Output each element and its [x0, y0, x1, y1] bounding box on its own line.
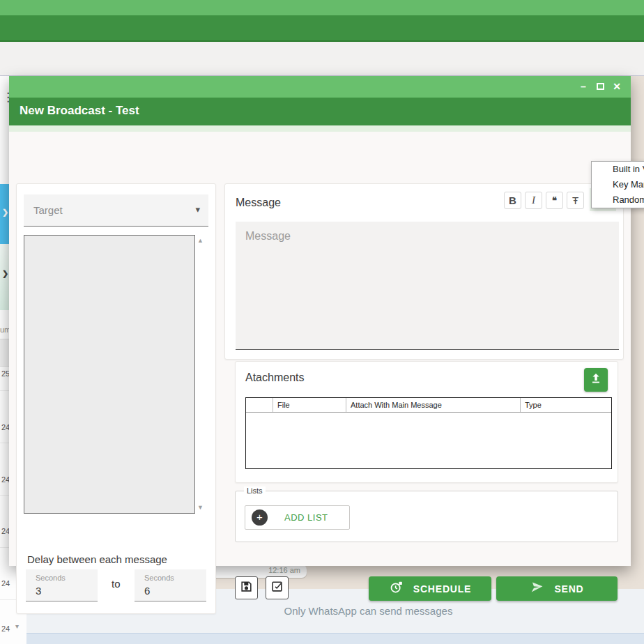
italic-button[interactable]: I — [525, 192, 542, 209]
bubble-timestamp: 12:16 am — [268, 566, 300, 574]
edit-draft-button[interactable] — [266, 576, 289, 599]
scroll-down-icon[interactable]: ▾ — [15, 622, 19, 630]
sidebar-gray-row — [0, 339, 9, 367]
close-button[interactable]: ✕ — [610, 79, 624, 93]
schedule-label: SCHEDULE — [413, 583, 471, 595]
attachments-heading: Atachments — [245, 371, 304, 384]
target-listbox[interactable] — [24, 235, 195, 514]
bold-button[interactable]: B — [504, 192, 521, 209]
delay-heading: Delay between each message — [27, 553, 167, 565]
message-placeholder: Message — [245, 230, 291, 243]
send-label: SEND — [554, 583, 583, 595]
minimize-button[interactable]: – — [576, 79, 590, 93]
menu-item-built-in[interactable]: Built in V — [592, 162, 644, 177]
top-gray-bar — [0, 42, 644, 76]
dialog-title: New Broadcast - Test — [20, 104, 139, 118]
bottom-taskbar — [0, 633, 644, 644]
delay-from-label: Seconds — [36, 574, 66, 582]
save-icon — [240, 580, 253, 596]
schedule-button[interactable]: SCHEDULE — [369, 576, 491, 601]
new-broadcast-dialog: – ✕ New Broadcast - Test Target ▾ ▲ ▼ De… — [9, 76, 631, 566]
list-row-count: 24 — [1, 624, 22, 633]
plus-circle-icon: + — [252, 509, 268, 526]
scroll-down-icon[interactable]: ▼ — [197, 504, 204, 511]
screen: 12:16 am Only WhatsApp can send messages… — [0, 0, 644, 644]
menu-item-key-markers[interactable]: Key Mark — [592, 177, 644, 192]
menu-item-random[interactable]: Random — [592, 192, 644, 208]
lists-legend: Lists — [244, 486, 266, 495]
variables-dropdown-menu: Built in V Key Mark Random — [591, 161, 644, 208]
save-draft-button[interactable] — [235, 576, 258, 599]
target-select-label: Target — [33, 204, 63, 216]
upload-icon — [589, 371, 603, 388]
send-plane-icon — [530, 580, 544, 597]
column-header-attach-with-main: Attach With Main Message — [346, 398, 520, 412]
attachments-panel: Atachments File Attach With Main Message… — [235, 361, 618, 483]
strikethrough-button[interactable]: Ŧ — [567, 192, 584, 209]
scroll-up-icon[interactable]: ▲ — [197, 237, 204, 244]
delay-joiner: to — [112, 578, 121, 590]
chevron-right-icon: ❯ — [2, 269, 8, 278]
quote-button[interactable]: ❝ — [546, 192, 563, 209]
target-select[interactable]: Target ▾ — [24, 194, 208, 227]
attachments-table: File Attach With Main Message Type — [245, 397, 612, 469]
sidebar-mint-tab[interactable]: ❯ — [0, 244, 9, 310]
top-light-green-bar — [0, 0, 644, 15]
upload-attachment-button[interactable] — [584, 368, 608, 392]
body-top-tint — [9, 125, 631, 132]
maximize-button[interactable] — [597, 83, 604, 90]
target-panel: Target ▾ ▲ ▼ Delay between each message … — [16, 183, 216, 614]
send-button[interactable]: SEND — [496, 576, 618, 601]
delay-from-value: 3 — [36, 585, 41, 597]
message-panel: Message B I ❝ Ŧ + Message — [224, 183, 624, 360]
delay-from-input[interactable]: Seconds 3 — [26, 569, 98, 601]
lists-fieldset: Lists + ADD LIST — [235, 491, 618, 542]
column-header-type: Type — [520, 398, 611, 412]
top-green-bar — [0, 15, 644, 42]
delay-to-value: 6 — [144, 585, 150, 597]
add-list-button[interactable]: + ADD LIST — [245, 505, 350, 530]
chevron-right-icon: ❯ — [2, 208, 8, 217]
schedule-clock-icon — [389, 580, 404, 597]
footer-note: Only WhatsApp can send messages — [284, 605, 453, 617]
caret-down-icon: ▾ — [195, 204, 200, 215]
sidebar-blue-tab[interactable]: ❯ — [0, 184, 9, 244]
dialog-control-strip: – ✕ — [9, 76, 631, 98]
delay-to-input[interactable]: Seconds 6 — [135, 569, 206, 601]
dialog-titlebar: New Broadcast - Test — [9, 98, 631, 125]
column-header-blank — [246, 398, 273, 412]
attachments-table-header: File Attach With Main Message Type — [246, 398, 611, 413]
dialog-body: Target ▾ ▲ ▼ Delay between each message … — [9, 125, 631, 566]
edit-check-icon — [270, 580, 284, 596]
delay-to-label: Seconds — [144, 574, 174, 582]
message-textarea[interactable]: Message — [236, 222, 619, 350]
column-header-file: File — [273, 398, 346, 412]
message-heading: Message — [236, 197, 281, 209]
add-list-label: ADD LIST — [284, 512, 328, 523]
